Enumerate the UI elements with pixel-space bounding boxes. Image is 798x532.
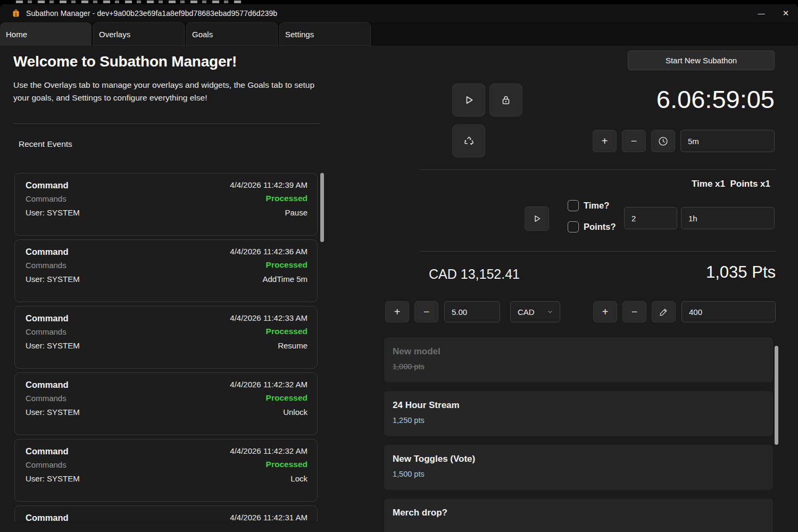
tab[interactable]: Overlays — [93, 22, 185, 46]
goal-card[interactable]: 24 Hour Stream 1,250 pts — [384, 391, 773, 436]
event-timestamp: 4/4/2026 11:42:33 AM — [230, 313, 307, 322]
money-amount-input[interactable] — [444, 301, 500, 322]
minimize-button[interactable]: — — [749, 4, 774, 22]
pencil-icon — [659, 307, 669, 317]
time-checkbox-label: Time? — [584, 201, 609, 211]
divider — [420, 251, 776, 252]
goal-title: New Toggles (Vote) — [393, 454, 764, 464]
add-time-input[interactable] — [680, 130, 775, 152]
plus-icon: + — [394, 306, 401, 318]
app-lantern-icon — [11, 9, 21, 18]
currency-value: CAD — [518, 307, 535, 317]
event-action: Resume — [230, 341, 307, 350]
app-window: Subathon Manager - dev+9a00b23e69fa1a8ef… — [0, 4, 798, 532]
money-minus-button[interactable]: − — [414, 301, 438, 322]
points-plus-button[interactable]: + — [593, 301, 617, 322]
goal-title: New model — [393, 346, 764, 357]
event-status-badge: Processed — [230, 460, 307, 469]
currency-select[interactable]: CAD — [510, 301, 560, 322]
event-category: Commands — [26, 327, 80, 336]
main-content: Welcome to Subathon Manager! Use the Ove… — [0, 46, 798, 532]
multiplier-duration-input[interactable] — [681, 207, 775, 229]
event-status-badge: Processed — [230, 260, 307, 270]
event-card: Command Commands User: SYSTEM 4/4/2026 1… — [14, 173, 318, 236]
recent-events-title: Recent Events — [19, 139, 72, 149]
tab-label: Goals — [192, 30, 213, 39]
event-user: User: SYSTEM — [26, 474, 80, 483]
close-icon: ✕ — [783, 9, 789, 18]
page-description: Use the Overlays tab to manage your over… — [13, 79, 328, 104]
event-action: Pause — [230, 208, 307, 217]
chevron-down-icon — [547, 309, 553, 315]
goal-title: 24 Hour Stream — [393, 400, 764, 411]
tab[interactable]: Goals — [186, 22, 278, 46]
event-type: Command — [26, 180, 80, 190]
points-checkbox-label: Points? — [584, 222, 616, 232]
event-timestamp: 4/4/2026 11:42:39 AM — [230, 180, 307, 189]
timer-reset-button[interactable] — [452, 124, 485, 157]
background-window-text-fragment — [16, 1, 245, 3]
clock-icon — [658, 136, 669, 147]
divider — [13, 123, 320, 124]
goal-card[interactable]: Merch drop? — [384, 498, 773, 532]
event-status-badge: Processed — [230, 393, 307, 403]
goal-card[interactable]: New model 1,000 pts — [384, 337, 773, 383]
event-category: Commands — [26, 261, 80, 270]
multiplier-value-input[interactable] — [624, 207, 677, 229]
goal-points: 1,250 pts — [393, 416, 764, 425]
event-action: Unlock — [230, 408, 307, 417]
event-card: Command Commands User: SYSTEM 4/4/2026 1… — [14, 239, 318, 302]
minimize-icon: — — [758, 10, 765, 18]
close-button[interactable]: ✕ — [774, 4, 798, 22]
goals-list[interactable]: New model 1,000 pts 24 Hour Stream 1,250… — [384, 337, 773, 532]
event-type: Command — [26, 313, 80, 323]
tab-bar: Home Overlays Goals Settings — [0, 22, 798, 46]
money-total: CAD 13,152.41 — [429, 267, 520, 282]
divider — [420, 169, 776, 170]
add-time-minus-button[interactable]: − — [622, 130, 646, 152]
add-time-clock-button[interactable] — [651, 130, 675, 152]
start-new-subathon-button[interactable]: Start New Subathon — [628, 51, 775, 70]
event-timestamp: 4/4/2026 11:42:31 AM — [230, 513, 307, 521]
event-category: Commands — [26, 194, 80, 203]
event-category: Commands — [26, 394, 80, 403]
tab-label: Settings — [285, 30, 314, 39]
page-title: Welcome to Subathon Manager! — [13, 53, 237, 70]
event-status-badge: Processed — [230, 327, 307, 336]
event-timestamp: 4/4/2026 11:42:32 AM — [230, 380, 307, 389]
events-scrollbar[interactable] — [320, 173, 324, 242]
event-timestamp: 4/4/2026 11:42:32 AM — [230, 446, 307, 455]
recycle-icon — [462, 135, 476, 148]
points-amount-input[interactable] — [681, 301, 776, 322]
tab[interactable]: Home — [0, 22, 92, 46]
points-minus-button[interactable]: − — [622, 301, 646, 322]
lock-icon — [500, 94, 512, 106]
timer-play-button[interactable] — [452, 84, 485, 117]
points-total: 1,035 Pts — [706, 263, 776, 282]
goal-points: 1,000 pts — [393, 362, 764, 371]
event-type: Command — [26, 513, 69, 521]
plus-icon: + — [602, 306, 609, 318]
tab-label: Home — [6, 30, 27, 39]
recent-events-list[interactable]: Command Commands User: SYSTEM 4/4/2026 1… — [14, 173, 318, 521]
goal-card[interactable]: New Toggles (Vote) 1,500 pts — [384, 445, 773, 490]
time-checkbox[interactable] — [568, 200, 579, 211]
window-title: Subathon Manager - dev+9a00b23e69fa1a8ef… — [26, 9, 277, 18]
money-plus-button[interactable]: + — [385, 301, 409, 322]
event-type: Command — [26, 380, 80, 390]
points-checkbox[interactable] — [568, 221, 579, 232]
event-user: User: SYSTEM — [26, 208, 80, 217]
add-time-plus-button[interactable]: + — [593, 130, 617, 152]
timer-lock-button[interactable] — [489, 84, 522, 117]
event-user: User: SYSTEM — [26, 275, 80, 284]
goals-scrollbar[interactable] — [775, 346, 778, 445]
goal-title: Merch drop? — [393, 508, 764, 518]
event-user: User: SYSTEM — [26, 341, 80, 350]
timer-display: 6.06:59:05 — [656, 85, 775, 114]
points-edit-button[interactable] — [652, 301, 676, 322]
minus-icon: − — [423, 306, 430, 318]
tab[interactable]: Settings — [279, 22, 371, 46]
play-icon — [531, 213, 542, 224]
multiplier-play-button[interactable] — [525, 206, 549, 231]
event-card: Command Commands User: SYSTEM 4/4/2026 1… — [14, 372, 318, 435]
